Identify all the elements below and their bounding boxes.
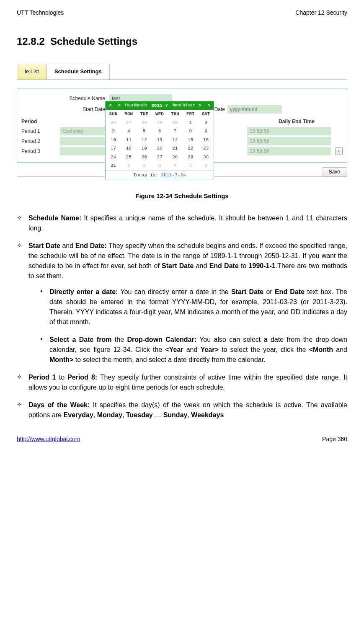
calendar-day[interactable]: 10 [106, 136, 121, 145]
calendar-day[interactable]: 13 [152, 136, 168, 145]
period3-end-input[interactable] [247, 147, 331, 155]
calendar-day[interactable]: 30 [198, 153, 214, 162]
desc-start-end-date: Start Date and End Date: They specify wh… [17, 241, 347, 365]
calendar-day[interactable]: 5 [183, 161, 198, 170]
calendar-day[interactable]: 28 [167, 153, 183, 162]
calendar-day[interactable]: 14 [167, 136, 183, 145]
calendar-day[interactable]: 16 [198, 136, 214, 145]
footer-page: Page 360 [322, 435, 347, 444]
prev-month-icon[interactable]: < [116, 103, 122, 108]
calendar-day[interactable]: 2 [198, 119, 214, 127]
calendar-day[interactable]: 22 [183, 144, 198, 153]
calendar-header: < < YearMonth 2011-7 MonthYear > > [106, 101, 214, 110]
calendar-current: 2011-7 [149, 102, 170, 109]
figure-screenshot: le List Schedule Settings Schedule Name … [17, 64, 347, 177]
calendar-day[interactable]: 2 [137, 161, 152, 170]
calendar-day[interactable]: 21 [167, 144, 183, 153]
period1-end-input[interactable] [247, 127, 331, 135]
col-period: Period [21, 118, 60, 125]
tab-schedule-settings[interactable]: Schedule Settings [46, 64, 110, 79]
month-year-right: MonthYear [172, 102, 195, 108]
calendar-day[interactable]: 12 [137, 136, 152, 145]
calendar-day[interactable]: 1 [121, 161, 137, 170]
next-year-icon[interactable]: > [206, 103, 212, 108]
calendar-day[interactable]: 27 [152, 153, 168, 162]
next-month-icon[interactable]: > [197, 103, 203, 108]
period2-end-input[interactable] [247, 137, 331, 145]
calendar-day[interactable]: 9 [198, 127, 214, 136]
col-end: Daily End Time [250, 118, 343, 125]
calendar-day[interactable]: 29 [152, 119, 168, 127]
description-list: Schedule Name: It specifies a unique nam… [17, 213, 347, 420]
desc-select-calendar: Select a Date from the Drop-down Calenda… [40, 335, 347, 365]
calendar-day[interactable]: 4 [167, 161, 183, 170]
start-date-label: Start Date [21, 106, 109, 113]
date-picker-calendar[interactable]: < < YearMonth 2011-7 MonthYear > > SUN M… [105, 101, 214, 181]
calendar-day[interactable]: 29 [183, 153, 198, 162]
desc-periods: Period 1 to Period 8: They specify furth… [17, 372, 347, 393]
calendar-day[interactable]: 3 [106, 127, 121, 136]
calendar-footer: Today is: 2011-7-24 [106, 170, 214, 180]
calendar-day[interactable]: 20 [152, 144, 168, 153]
desc-schedule-name: Schedule Name: It specifies a unique nam… [17, 213, 347, 233]
calendar-day[interactable]: 26 [106, 119, 121, 127]
calendar-day[interactable]: 5 [137, 127, 152, 136]
calendar-day[interactable]: 11 [121, 136, 137, 145]
desc-days-of-week: Days of the Week: It specifies the day(s… [17, 400, 347, 420]
calendar-day[interactable]: 8 [183, 127, 198, 136]
figure-caption: Figure 12-34 Schedule Settings [17, 191, 347, 201]
tab-bar: le List Schedule Settings [17, 64, 347, 80]
calendar-day[interactable]: 23 [198, 144, 214, 153]
save-button[interactable]: Save [322, 167, 347, 176]
schedule-form-panel: Schedule Name Start Date End Date < < Ye… [17, 88, 347, 163]
calendar-day[interactable]: 15 [183, 136, 198, 145]
calendar-day[interactable]: 26 [137, 153, 152, 162]
calendar-day[interactable]: 17 [106, 144, 121, 153]
tab-le-list[interactable]: le List [17, 64, 47, 79]
today-link[interactable]: 2011-7-24 [161, 173, 186, 178]
calendar-day[interactable]: 18 [121, 144, 137, 153]
prev-year-icon[interactable]: < [107, 103, 114, 108]
end-date-input[interactable] [227, 105, 282, 114]
header-left: UTT Technologies [17, 8, 64, 17]
page-footer: http://www.uttglobal.com Page 360 [17, 433, 347, 444]
section-heading: 12.8.2 Schedule Settings [17, 34, 347, 49]
page-header: UTT Technologies Chapter 12 Security [17, 8, 347, 17]
year-month-left: YearMonth [124, 102, 147, 108]
calendar-day[interactable]: 7 [167, 127, 183, 136]
calendar-day[interactable]: 4 [121, 127, 137, 136]
footer-url[interactable]: http://www.uttglobal.com [17, 435, 80, 444]
period1-label: Period 1 [21, 127, 60, 135]
add-period-button[interactable]: + [335, 147, 343, 155]
desc-direct-entry: Directly enter a date: You can directly … [40, 287, 347, 327]
header-right: Chapter 12 Security [295, 8, 347, 17]
calendar-day[interactable]: 31 [106, 161, 121, 170]
calendar-day-today[interactable]: 24 [106, 153, 121, 162]
schedule-name-label: Schedule Name [21, 95, 109, 102]
calendar-day[interactable]: 27 [121, 119, 137, 127]
calendar-grid: SUN MON TUE WED THU FRI SAT 26 27 28 29 … [106, 110, 214, 170]
calendar-day[interactable]: 25 [121, 153, 137, 162]
calendar-day[interactable]: 28 [137, 119, 152, 127]
calendar-day[interactable]: 19 [137, 144, 152, 153]
calendar-day[interactable]: 6 [152, 127, 168, 136]
calendar-day[interactable]: 30 [167, 119, 183, 127]
calendar-day[interactable]: 6 [198, 161, 214, 170]
period2-label: Period 2 [21, 137, 60, 145]
calendar-day[interactable]: 3 [152, 161, 168, 170]
period3-label: Period 3 [21, 147, 60, 155]
calendar-day[interactable]: 1 [183, 119, 198, 127]
